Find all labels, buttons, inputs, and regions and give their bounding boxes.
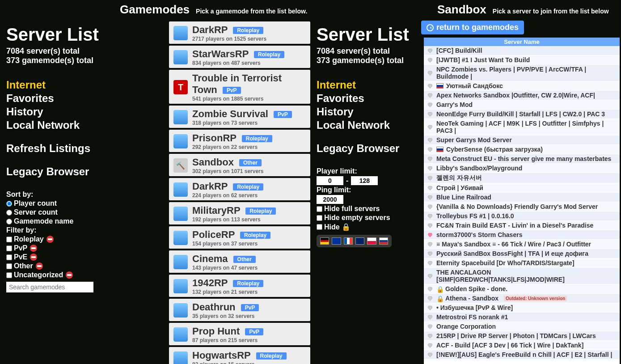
server-row[interactable]: [!NEW!][AUS] Eagle's FreeBuild n Chill |…: [424, 350, 620, 360]
checkbox[interactable]: [317, 224, 322, 230]
radio[interactable]: [6, 201, 12, 207]
heart-icon[interactable]: [427, 222, 434, 229]
server-row[interactable]: NeoTek Gaming | ACF | M9K | LFS | Outfit…: [424, 119, 620, 135]
server-row[interactable]: ACF - Build [ACF 3 Dev | 66 Tick | Wire …: [424, 341, 620, 350]
flag-eu-icon[interactable]: [332, 237, 341, 245]
server-row[interactable]: NPC Zombies vs. Players | PVP/PVE | ArcC…: [424, 65, 620, 81]
heart-icon[interactable]: [427, 83, 434, 89]
radio[interactable]: [6, 219, 12, 224]
flag-ru-icon[interactable]: [379, 237, 388, 245]
gamemode-row[interactable]: Prop Hunt PvP87 players on 215 servers: [169, 323, 310, 345]
tab-favorites[interactable]: Favorites: [317, 92, 424, 105]
gamemode-row[interactable]: PrisonRP Roleplay292 players on 22 serve…: [169, 130, 310, 152]
server-row[interactable]: NeonEdge Furry Build/Kill | Starfall | L…: [424, 110, 620, 119]
server-row[interactable]: [IJWTB] #1 I Just Want To Build: [424, 55, 620, 65]
tab-local[interactable]: Local Network: [317, 119, 424, 131]
checkbox[interactable]: [317, 206, 322, 212]
server-row[interactable]: FC&N Train Build EAST - Livin' in a Dies…: [424, 221, 620, 230]
heart-icon[interactable]: [427, 92, 434, 98]
checkbox[interactable]: [6, 263, 12, 269]
server-row[interactable]: 🔒Athena - SandboxOutdated: Unknown versi…: [424, 294, 620, 303]
server-row[interactable]: THE ANCALAGON [SIMF|GREDWCH|TANKS|LFS|JM…: [424, 268, 620, 284]
server-row[interactable]: Уютный Сандбокс: [424, 81, 620, 91]
gamemode-row[interactable]: MilitaryRP Roleplay192 players on 113 se…: [169, 202, 310, 224]
checkbox[interactable]: [6, 245, 12, 251]
heart-icon[interactable]: [427, 175, 434, 181]
server-row[interactable]: 215RP | Drive RP Server | Photon | TDMCa…: [424, 331, 620, 341]
sort-name[interactable]: Gamemode name: [6, 217, 114, 225]
col-server-name[interactable]: Server Name: [424, 38, 620, 46]
flag-uk-icon[interactable]: [355, 237, 364, 245]
return-button[interactable]: return to gamemodes: [421, 21, 524, 34]
gamemode-row[interactable]: Cinema Other143 players on 47 servers: [169, 250, 310, 273]
tab-internet[interactable]: Internet: [317, 79, 424, 91]
heart-icon[interactable]: [427, 102, 434, 108]
heart-icon[interactable]: [427, 156, 434, 162]
server-row[interactable]: 🔒Golden Spike - done.: [424, 284, 620, 294]
gamemode-list[interactable]: DarkRP Roleplay2717 players on 1525 serv…: [169, 21, 310, 364]
heart-icon[interactable]: [427, 165, 434, 171]
server-row[interactable]: Русский SandBox BossFight | TFA | И еще …: [424, 249, 620, 258]
ping-input[interactable]: [317, 195, 343, 204]
server-row[interactable]: {Vanilla & No Downloads} Friendly Garry'…: [424, 202, 620, 212]
heart-icon[interactable]: [427, 146, 434, 152]
heart-icon[interactable]: [427, 124, 434, 130]
server-row[interactable]: Metrostroi FS norank #1: [424, 313, 620, 322]
filter-pvp[interactable]: PvP: [6, 244, 114, 252]
heart-icon[interactable]: [427, 305, 434, 311]
tab-history[interactable]: History: [6, 106, 114, 118]
flag-fr-icon[interactable]: [344, 237, 353, 245]
tab-favorites[interactable]: Favorites: [6, 92, 114, 105]
gamemode-row[interactable]: 🔨Sandbox Other302 players on 1071 server…: [169, 154, 310, 176]
server-row[interactable]: CyberSense (быстрая загрузка): [424, 145, 620, 154]
heart-icon[interactable]: [427, 295, 434, 301]
legacy-browser[interactable]: Legacy Browser: [317, 142, 424, 155]
legacy-browser[interactable]: Legacy Browser: [6, 165, 114, 178]
hide-full[interactable]: Hide full servers: [317, 205, 424, 213]
server-row[interactable]: Apex Networks Sandbox |Outfitter, CW 2.0…: [424, 91, 620, 100]
server-row[interactable]: • Избушечка [PvP & Wire]: [424, 303, 620, 313]
heart-icon[interactable]: [427, 213, 434, 219]
filter-pve[interactable]: PvE: [6, 253, 114, 261]
filter-uncat[interactable]: Uncategorized: [6, 271, 114, 279]
filter-roleplay[interactable]: Roleplay: [6, 235, 114, 243]
heart-icon[interactable]: [427, 185, 434, 191]
server-row[interactable]: ≡ Maya's Sandbox ≡ - 66 Tick / Wire / Pa…: [424, 240, 620, 249]
server-row[interactable]: Строй | Убивай: [424, 183, 620, 193]
heart-icon[interactable]: [427, 342, 434, 348]
server-row[interactable]: Eternity Spacebuild [Dr Who/TARDIS/Starg…: [424, 258, 620, 268]
server-row[interactable]: Orange Corporation: [424, 322, 620, 331]
checkbox[interactable]: [6, 237, 12, 242]
checkbox[interactable]: [6, 254, 12, 260]
gamemode-row[interactable]: TTrouble in Terrorist Town PvP541 player…: [169, 70, 310, 104]
server-row[interactable]: Garry's Mod: [424, 100, 620, 110]
server-row[interactable]: 젤렌의 자유서버: [424, 173, 620, 183]
server-row[interactable]: Blue Line Railroad: [424, 193, 620, 202]
tab-internet[interactable]: Internet: [6, 79, 114, 91]
server-row[interactable]: [CFC] Build/Kill: [424, 46, 620, 55]
checkbox[interactable]: [317, 215, 322, 221]
tab-history[interactable]: History: [317, 106, 424, 118]
heart-icon[interactable]: [427, 351, 434, 358]
heart-icon[interactable]: [427, 273, 434, 279]
server-list[interactable]: [CFC] Build/Kill[IJWTB] #1 I Just Want T…: [424, 46, 620, 360]
tab-local[interactable]: Local Network: [6, 119, 114, 131]
gamemode-row[interactable]: HogwartsRP Roleplay83 players on 15 serv…: [169, 347, 310, 364]
gamemode-row[interactable]: PoliceRP Roleplay154 players on 37 serve…: [169, 226, 310, 249]
heart-icon[interactable]: [427, 250, 434, 257]
sort-player[interactable]: Player count: [6, 199, 114, 207]
gamemode-row[interactable]: DarkRP Roleplay224 players on 62 servers: [169, 178, 310, 200]
heart-icon[interactable]: [427, 137, 434, 143]
heart-icon[interactable]: [427, 241, 434, 247]
hide-locked[interactable]: Hide🔒: [317, 223, 424, 231]
heart-icon[interactable]: [427, 323, 434, 330]
heart-icon[interactable]: [427, 333, 434, 339]
server-row[interactable]: Meta Construct EU - this server give me …: [424, 154, 620, 164]
radio[interactable]: [6, 210, 12, 216]
server-row[interactable]: Libby's Sandbox/Playground: [424, 164, 620, 173]
checkbox[interactable]: [6, 272, 12, 278]
heart-icon[interactable]: [427, 314, 434, 320]
gamemode-row[interactable]: Zombie Survival PvP318 players on 73 ser…: [169, 106, 310, 128]
heart-icon[interactable]: [427, 260, 434, 266]
server-row[interactable]: Super Garrys Mod Server: [424, 135, 620, 145]
